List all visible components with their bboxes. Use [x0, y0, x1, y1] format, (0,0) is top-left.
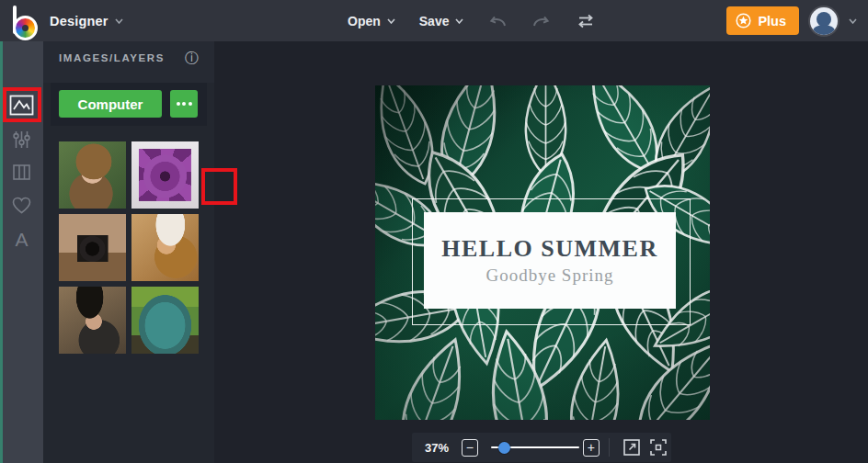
- image-manager-tab[interactable]: [0, 95, 43, 116]
- topbar-left-group: Designer: [11, 0, 123, 41]
- image-icon: [9, 95, 34, 116]
- thumbnail-teal-truck[interactable]: [131, 287, 199, 354]
- edit-settings-tab[interactable]: [0, 130, 43, 149]
- design-artboard[interactable]: HELLO SUMMER Goodbye Spring: [375, 85, 710, 420]
- top-bar: Designer Open Save: [0, 0, 868, 41]
- heart-icon: [12, 197, 31, 214]
- undo-icon[interactable]: [487, 13, 508, 29]
- thumbnail-woman-white-hat[interactable]: [131, 214, 199, 281]
- open-menu-label: Open: [348, 14, 381, 28]
- open-menu[interactable]: Open: [348, 14, 395, 28]
- zoom-out-button[interactable]: −: [462, 439, 478, 457]
- design-title: HELLO SUMMER: [441, 235, 657, 263]
- user-avatar[interactable]: [810, 7, 838, 35]
- columns-icon: [13, 164, 30, 180]
- zoom-slider-thumb[interactable]: [498, 442, 510, 454]
- star-badge-icon: [736, 13, 751, 28]
- zoom-in-button[interactable]: +: [583, 439, 600, 457]
- computer-upload-button[interactable]: Computer: [59, 90, 162, 118]
- panel-title: IMAGES/LAYERS: [59, 52, 165, 63]
- app-window: Designer Open Save: [0, 0, 868, 463]
- redo-icon[interactable]: [531, 13, 552, 29]
- plus-button-label: Plus: [758, 14, 786, 28]
- zoom-toolbar: 37% − +: [412, 433, 671, 462]
- text-tool-icon: A: [15, 229, 28, 251]
- thumbnail-grid: [59, 141, 199, 354]
- fullscreen-icon[interactable]: [648, 437, 668, 457]
- sliders-icon: [13, 130, 30, 149]
- plus-upgrade-button[interactable]: Plus: [726, 6, 799, 35]
- topbar-right-group: Plus: [726, 0, 857, 41]
- more-sources-button[interactable]: [170, 90, 198, 118]
- panel-header: IMAGES/LAYERS ⓘ: [43, 41, 214, 83]
- thumbnail-vintage-camera[interactable]: [59, 214, 126, 281]
- thumbnail-portrait-green[interactable]: [59, 141, 126, 209]
- text-tool-tab[interactable]: A: [0, 229, 43, 251]
- favorites-tab[interactable]: [0, 197, 43, 214]
- topbar-center-group: Open Save: [348, 0, 596, 41]
- tool-rail: A: [0, 41, 43, 463]
- resize-canvas-icon[interactable]: [576, 13, 596, 29]
- befunky-logo-icon[interactable]: [11, 6, 39, 36]
- save-menu[interactable]: Save: [419, 14, 464, 28]
- chevron-down-icon: [115, 18, 123, 24]
- zoom-slider[interactable]: [491, 439, 574, 457]
- templates-columns-tab[interactable]: [0, 164, 43, 180]
- ellipsis-icon: [177, 102, 180, 106]
- design-text-box[interactable]: HELLO SUMMER Goodbye Spring: [424, 212, 676, 309]
- chevron-down-icon: [387, 18, 395, 24]
- designer-menu[interactable]: Designer: [50, 14, 123, 28]
- images-layers-panel: IMAGES/LAYERS ⓘ Computer: [43, 41, 215, 463]
- account-chevron-down-icon[interactable]: [849, 18, 857, 24]
- chevron-down-icon: [455, 18, 463, 24]
- upload-source-strip: Computer: [51, 83, 207, 126]
- design-subtitle: Goodbye Spring: [485, 265, 613, 286]
- thumbnail-woman-black-hat[interactable]: [59, 287, 126, 354]
- fit-to-screen-icon[interactable]: [622, 437, 642, 457]
- toolbar-divider: [609, 438, 610, 457]
- save-menu-label: Save: [419, 14, 450, 28]
- zoom-percent-label: 37%: [425, 441, 454, 455]
- thumbnail-purple-flower[interactable]: [131, 141, 199, 209]
- canvas-area: HELLO SUMMER Goodbye Spring: [214, 41, 868, 463]
- designer-menu-label: Designer: [50, 14, 108, 28]
- info-icon[interactable]: ⓘ: [185, 50, 199, 67]
